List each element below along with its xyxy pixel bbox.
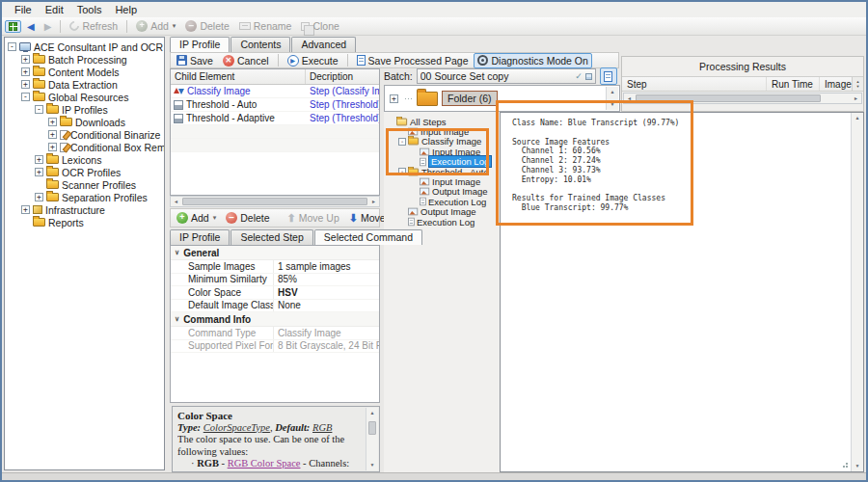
help-type-link[interactable]: ColorSpaceType — [203, 422, 270, 433]
tree-item-classify-image[interactable]: -Classify Image — [384, 137, 500, 147]
tree-item-output-image[interactable]: Output Image — [384, 187, 500, 197]
property-value[interactable]: HSV — [273, 286, 379, 299]
tab-ip-profile[interactable]: IP Profile — [170, 37, 230, 52]
property-row-default-image-class[interactable]: Default Image ClassNone — [171, 300, 379, 313]
tab-contents[interactable]: Contents — [231, 37, 290, 52]
results-horizontal-scrollbar[interactable]: ◄ ► — [623, 93, 862, 104]
move-up-button[interactable]: ⬆Move Up — [284, 210, 343, 227]
expander-icon[interactable]: + — [48, 130, 57, 139]
delete-button[interactable]: −Delete — [181, 18, 232, 34]
tree-item-ocr-profiles[interactable]: +OCR Profiles — [5, 166, 164, 178]
property-row-supported-pixel-formats[interactable]: Supported Pixel Formats8 Bit Grayscale, … — [171, 340, 379, 354]
resize-grip[interactable] — [841, 462, 849, 469]
property-row-minimum-similarty[interactable]: Minimum Similarty85% — [171, 274, 379, 287]
tree-item-data-extraction[interactable]: +Data Extraction — [5, 78, 164, 91]
property-section-general[interactable]: ∨General — [171, 246, 379, 260]
menu-tools[interactable]: Tools — [70, 4, 109, 15]
expander-icon[interactable]: - — [8, 42, 16, 51]
forward-button[interactable]: ▶ — [41, 19, 56, 34]
tree-item-lexicons[interactable]: +Lexicons — [5, 153, 164, 166]
clone-button[interactable]: Clone — [297, 18, 342, 34]
expander-icon[interactable]: + — [21, 55, 30, 64]
add-child-button[interactable]: +Add▾ — [173, 210, 220, 226]
tree-item-separation-profiles[interactable]: +Separation Profiles — [5, 191, 164, 203]
expander-icon[interactable]: + — [21, 205, 30, 214]
scroll-down-icon[interactable]: ▼ — [610, 99, 615, 110]
column-header-run-time[interactable]: Run Time — [767, 77, 820, 91]
tree-item-scanner-profiles[interactable]: Scanner Profiles — [5, 178, 164, 191]
scrollbar-thumb[interactable] — [368, 421, 376, 435]
column-header-child-element[interactable]: Child Element — [171, 69, 306, 84]
back-button[interactable]: ◀ — [23, 19, 39, 34]
property-row-command-type[interactable]: Command TypeClassify Image — [171, 327, 379, 340]
toggle-navigation-panel-button[interactable] — [5, 20, 21, 33]
scroll-down-icon[interactable]: ▼ — [855, 461, 860, 471]
scroll-up-icon[interactable]: ▲ — [610, 87, 615, 97]
tab-advanced[interactable]: Advanced — [291, 37, 356, 52]
collapse-icon[interactable]: ∨ — [175, 249, 179, 256]
tree-item-execution-log[interactable]: Execution Log — [384, 157, 500, 167]
tree-item-content-models[interactable]: +Content Models — [5, 66, 164, 78]
spinner-down-icon[interactable]: ▼ — [856, 84, 860, 89]
folder-tree-scrollbar[interactable]: ▲ ▼ — [606, 87, 618, 110]
scroll-up-icon[interactable]: ▲ — [855, 113, 860, 123]
tree-item-input-image[interactable]: Input Image — [384, 176, 500, 186]
tree-item-all-steps[interactable]: All Steps — [384, 117, 500, 126]
scroll-up-icon[interactable]: ▲ — [370, 408, 375, 418]
table-row-threshold-auto[interactable]: Threshold - AutoStep (Threshold) — [171, 98, 379, 112]
expander-icon[interactable]: + — [35, 155, 43, 164]
tree-item-batch-processing[interactable]: +Batch Processing — [5, 53, 164, 66]
tree-item-reports[interactable]: Reports — [5, 216, 164, 228]
grid-spinner[interactable]: ▲▼ — [852, 77, 863, 91]
execute-button[interactable]: ▶Execute — [284, 53, 342, 68]
scrollbar-thumb[interactable] — [182, 198, 367, 205]
scroll-down-icon[interactable]: ▼ — [370, 460, 375, 470]
tree-item-global-resources[interactable]: -Global Resources — [5, 91, 164, 103]
expander-icon[interactable]: - — [21, 93, 30, 101]
expander-icon[interactable]: - — [398, 138, 406, 146]
scroll-left-icon[interactable]: ◄ — [624, 95, 635, 101]
expander-icon[interactable]: + — [35, 168, 43, 176]
rename-button[interactable]: Rename — [235, 18, 296, 34]
refresh-button[interactable]: Refresh — [66, 18, 122, 34]
scrollbar-thumb[interactable] — [636, 94, 821, 102]
collapse-icon[interactable]: ∨ — [175, 315, 179, 323]
help-bullet-link[interactable]: RGB Color Space — [228, 458, 301, 469]
property-section-command-info[interactable]: ∨Command Info — [171, 312, 379, 327]
property-row-color-space[interactable]: Color SpaceHSV — [171, 286, 379, 300]
tree-item-downloads[interactable]: +Downloads — [5, 116, 164, 128]
tree-item-threshold-auto[interactable]: -Threshold - Auto — [384, 167, 500, 176]
save-processed-page-button[interactable]: Save Processed Page — [353, 53, 473, 68]
delete-child-button[interactable]: −Delete — [222, 210, 273, 226]
expander-icon[interactable]: - — [35, 105, 43, 114]
property-value[interactable]: 85% — [273, 274, 379, 286]
column-header-step[interactable]: Step — [622, 77, 767, 91]
tree-item-execution-log[interactable]: Execution Log — [384, 217, 500, 227]
expander-icon[interactable]: + — [21, 67, 30, 76]
menu-edit[interactable]: Edit — [39, 4, 70, 15]
tree-item-ace-consultant-ip-and-ocr[interactable]: -ACE Consultant IP and OCR — [5, 40, 164, 53]
property-value[interactable]: 1 sample images — [273, 260, 379, 273]
help-default-link[interactable]: RGB — [312, 422, 332, 433]
property-value[interactable]: Classify Image — [273, 327, 379, 339]
expander-icon[interactable]: - — [398, 168, 406, 175]
scroll-right-icon[interactable]: ► — [851, 95, 861, 101]
column-header-decription[interactable]: Decription — [306, 69, 379, 84]
table-row-threshold-adaptive[interactable]: Threshold - AdaptiveStep (Threshold) — [171, 112, 379, 125]
expander-icon[interactable]: + — [48, 143, 57, 151]
tree-item-ip-profiles[interactable]: -IP Profiles — [5, 103, 164, 116]
batch-combo[interactable]: 00 Source Set copy ✓ — [417, 68, 596, 84]
table-horizontal-scrollbar[interactable]: ◄ ► — [170, 196, 380, 207]
add-button[interactable]: +Add▾ — [132, 18, 179, 34]
tree-item-conditional-binarize[interactable]: +Conditional Binarize — [5, 128, 164, 141]
menu-help[interactable]: Help — [108, 4, 144, 15]
scroll-right-icon[interactable]: ► — [368, 199, 379, 204]
folder-node[interactable]: Folder (6) — [442, 91, 498, 106]
tree-item-conditional-box-removal[interactable]: +Conditional Box Removal — [5, 141, 164, 153]
property-row-sample-images[interactable]: Sample Images1 sample images — [171, 260, 379, 274]
table-row-classify-image[interactable]: Classify ImageStep (Classify Image) — [171, 85, 379, 98]
tree-item-output-image[interactable]: Output Image — [384, 207, 500, 217]
tab-ip-profile-2[interactable]: IP Profile — [170, 229, 230, 245]
expander-icon[interactable]: + — [390, 94, 398, 103]
scroll-left-icon[interactable]: ◄ — [171, 199, 181, 204]
